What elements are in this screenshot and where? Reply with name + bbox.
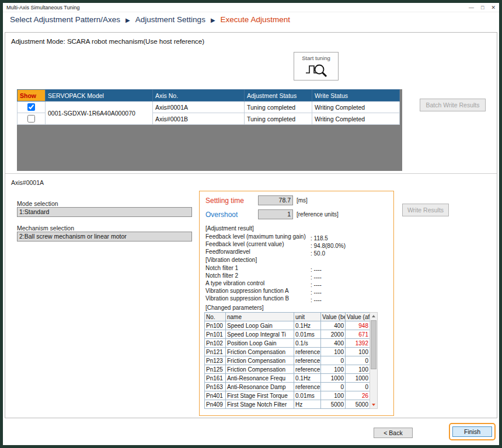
adjustment-mode-label: Adjustment Mode: SCARA robot mechanism(U…	[11, 38, 204, 45]
param-before: 400	[321, 339, 346, 348]
param-no: Pn409	[205, 400, 226, 409]
param-unit: reference	[294, 356, 321, 365]
axis-no-cell: Axis#0001A	[153, 102, 245, 113]
titlebar: Multi-Axis Simultaneous Tuning — □ ✕	[3, 3, 499, 12]
settling-time-unit: [ms]	[297, 197, 308, 204]
changed-parameters-table-wrap: No. name unit Value (befo Value (afte Pn…	[204, 312, 378, 409]
breadcrumb: Select Adjustment Pattern/Axes ▶ Adjustm…	[10, 15, 290, 24]
param-after: 1000	[346, 374, 370, 383]
scrollbar-thumb[interactable]	[371, 320, 376, 369]
param-before: 400	[321, 321, 346, 330]
overshoot-value: 1	[258, 209, 293, 219]
write-results-button[interactable]: Write Results	[402, 204, 449, 216]
show-axis-a-checkbox[interactable]	[27, 103, 35, 111]
param-name: Speed Loop Gain	[226, 321, 294, 330]
vibration-detection-title: [Vibration detection]	[205, 257, 257, 263]
batch-write-results-button[interactable]: Batch Write Results	[420, 99, 486, 111]
finish-button[interactable]: Finish	[452, 426, 492, 437]
vibration-detection-lines: Notch filter 1: ---- Notch filter 2: ---…	[205, 264, 322, 302]
vibration-line-label: Vibration suppression function B	[205, 295, 311, 302]
axis-detail-title: Axis#0001A	[11, 179, 44, 186]
show-axis-b-checkbox[interactable]	[27, 115, 35, 123]
param-unit: reference	[294, 365, 321, 374]
changed-parameters-table: No. name unit Value (befo Value (afte Pn…	[204, 312, 370, 409]
param-col-value-after: Value (afte	[346, 313, 370, 321]
param-before: 0	[321, 356, 346, 365]
param-row[interactable]: Pn101Speed Loop Integral Ti0.01ms2000671	[205, 330, 370, 339]
show-checkbox-cell	[18, 102, 46, 113]
param-row[interactable]: Pn161Anti-Resonance Frequ0.1Hz10001000	[205, 374, 370, 383]
param-row[interactable]: Pn163Anti-Resonance Dampreference00	[205, 383, 370, 391]
params-scrollbar[interactable]	[369, 312, 378, 409]
back-button[interactable]: < Back	[374, 428, 413, 438]
param-row[interactable]: Pn100Speed Loop Gain0.1Hz400948	[205, 321, 370, 330]
axes-table-area: Show SERVOPACK Model Axis No. Adjustment…	[17, 89, 402, 171]
param-col-value-before: Value (befo	[321, 313, 346, 321]
scroll-up-arrow-icon	[372, 315, 375, 317]
param-no: Pn125	[205, 365, 226, 374]
close-button[interactable]: ✕	[491, 5, 496, 10]
param-name: First Stage Notch Filter	[226, 400, 294, 409]
param-before: 1000	[321, 374, 346, 383]
param-row[interactable]: Pn121Friction Compensationreference10010…	[205, 348, 370, 356]
param-unit: reference	[294, 383, 321, 391]
param-no: Pn163	[205, 383, 226, 391]
param-col-unit: unit	[294, 313, 321, 321]
param-unit: reference	[294, 348, 321, 356]
breadcrumb-step-adjustment-settings[interactable]: Adjustment Settings	[135, 15, 205, 24]
breadcrumb-step-select-pattern[interactable]: Select Adjustment Pattern/Axes	[10, 15, 120, 24]
overshoot-row: Overshoot 1 [reference units]	[205, 209, 339, 219]
param-before: 100	[321, 365, 346, 374]
param-col-no: No.	[205, 313, 226, 321]
col-header-servopack-model: SERVOPACK Model	[46, 90, 153, 102]
param-after: 5000	[346, 400, 370, 409]
param-name: Friction Compensation	[226, 365, 294, 374]
vibration-line: Vibration suppression function B: ----	[205, 295, 322, 302]
settling-time-label: Settling time	[205, 197, 258, 205]
breadcrumb-separator-icon: ▶	[126, 17, 130, 23]
result-line: Feedback level (maximum tuning gain): 11…	[205, 233, 346, 240]
scroll-down-button[interactable]	[370, 401, 377, 408]
param-row[interactable]: Pn125Friction Compensationreference10010…	[205, 365, 370, 374]
param-before: 100	[321, 391, 346, 400]
param-before: 2000	[321, 330, 346, 339]
param-name: Speed Loop Integral Ti	[226, 330, 294, 339]
param-name: Friction Compensation	[226, 348, 294, 356]
minimize-button[interactable]: —	[469, 5, 474, 10]
param-row[interactable]: Pn102Position Loop Gain0.1/s4001392	[205, 339, 370, 348]
param-after: 948	[346, 321, 370, 330]
mode-selection-field[interactable]: 1:Standard	[17, 207, 192, 217]
param-after: 100	[346, 365, 370, 374]
param-no: Pn123	[205, 356, 226, 365]
param-row[interactable]: Pn401First Stage First Torque0.01ms10026	[205, 391, 370, 400]
adjustment-status-cell: Tuning completed	[245, 102, 312, 113]
maximize-button[interactable]: □	[481, 5, 484, 10]
param-row[interactable]: Pn123Friction Compensationreference00	[205, 356, 370, 365]
start-tuning-button[interactable]: Start tuning	[294, 52, 339, 80]
settling-time-value: 78.7	[258, 195, 293, 205]
mechanism-selection-field[interactable]: 2:Ball screw mechanism or linear motor	[17, 232, 192, 242]
result-line-label: Feedback level (current value)	[205, 240, 311, 248]
start-tuning-label: Start tuning	[302, 55, 330, 61]
param-after: 100	[346, 348, 370, 356]
vibration-line-label: Notch filter 1	[205, 264, 311, 272]
param-after: 671	[346, 330, 370, 339]
param-unit: 0.1Hz	[294, 374, 321, 383]
axis-no-cell: Axis#0001B	[153, 113, 245, 125]
param-unit: 0.01ms	[294, 391, 321, 400]
result-line: Feedforwardlevel: 50.0	[205, 248, 346, 256]
param-after: 26	[346, 391, 370, 400]
vibration-line-label: Vibration suppression function A	[205, 287, 311, 295]
col-header-show: Show	[18, 90, 46, 102]
tuning-magnifier-icon	[304, 62, 329, 78]
mechanism-selection-label: Mechanism selection	[17, 225, 74, 232]
scroll-up-button[interactable]	[370, 313, 377, 320]
vibration-line-label: Notch filter 2	[205, 272, 311, 279]
axis-row-a[interactable]: 0001-SGDXW-1R6A40A000070 Axis#0001A Tuni…	[18, 102, 400, 113]
param-row[interactable]: Pn409First Stage Notch FilterHz50005000	[205, 400, 370, 409]
params-header-row: No. name unit Value (befo Value (afte	[205, 313, 370, 321]
vibration-line-value: : ----	[311, 297, 322, 303]
param-name: Anti-Resonance Frequ	[226, 374, 294, 383]
axes-table: Show SERVOPACK Model Axis No. Adjustment…	[17, 89, 400, 125]
adjustment-result-lines: Feedback level (maximum tuning gain): 11…	[205, 233, 346, 256]
